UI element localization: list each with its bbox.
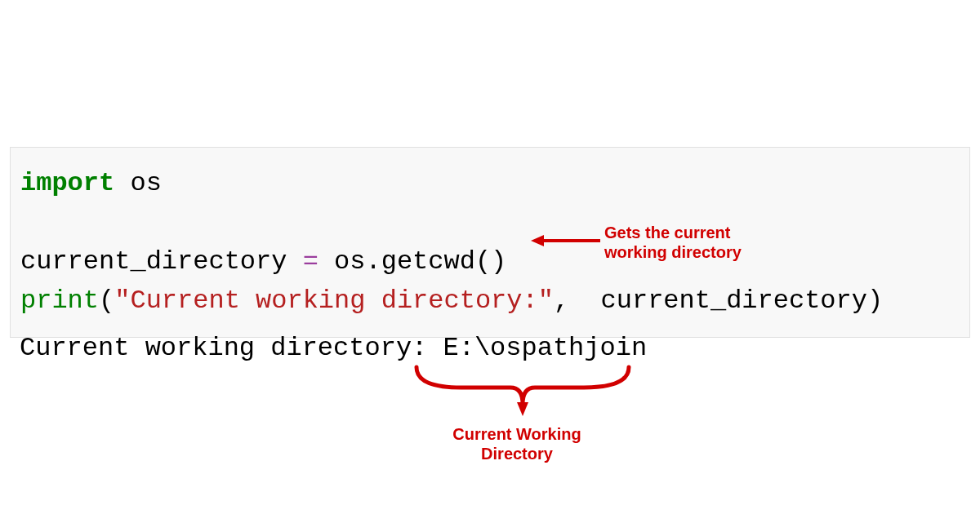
builtin-print: print	[20, 286, 99, 316]
annotation-gets-cwd-line1: Gets the current	[604, 223, 768, 242]
output-text: Current working directory: E:\ospathjoin	[20, 333, 647, 363]
arg-current-directory: current_directory	[569, 286, 867, 316]
annotation-cwd-label-line1: Current Working	[435, 424, 599, 444]
paren-open: (	[99, 286, 114, 316]
module-os: os	[114, 168, 162, 198]
comma: ,	[554, 286, 569, 316]
annotation-gets-cwd: Gets the current working directory	[604, 223, 768, 262]
brace-cwd	[408, 363, 637, 424]
code-line-1: import os	[20, 164, 960, 203]
output-block: Current working directory: E:\ospathjoin	[20, 330, 647, 367]
svg-marker-2	[517, 402, 528, 416]
string-literal: "Current working directory:"	[114, 286, 554, 316]
keyword-import: import	[20, 168, 114, 198]
code-line-3: current_directory = os.getcwd()	[20, 242, 960, 281]
code-block: import os current_directory = os.getcwd(…	[10, 147, 970, 338]
paren-close: )	[867, 286, 883, 316]
annotation-gets-cwd-line2: working directory	[604, 242, 768, 262]
annotation-cwd-label-line2: Directory	[435, 444, 599, 463]
arrow-gets-cwd	[531, 233, 604, 249]
code-line-4: print("Current working directory:", curr…	[20, 281, 960, 321]
var-current-directory: current_directory	[20, 246, 303, 277]
code-line-blank	[20, 203, 960, 242]
operator-eq: =	[303, 246, 318, 277]
call-getcwd: os.getcwd()	[318, 246, 506, 277]
svg-marker-1	[531, 235, 544, 246]
annotation-cwd-label: Current Working Directory	[435, 424, 599, 463]
